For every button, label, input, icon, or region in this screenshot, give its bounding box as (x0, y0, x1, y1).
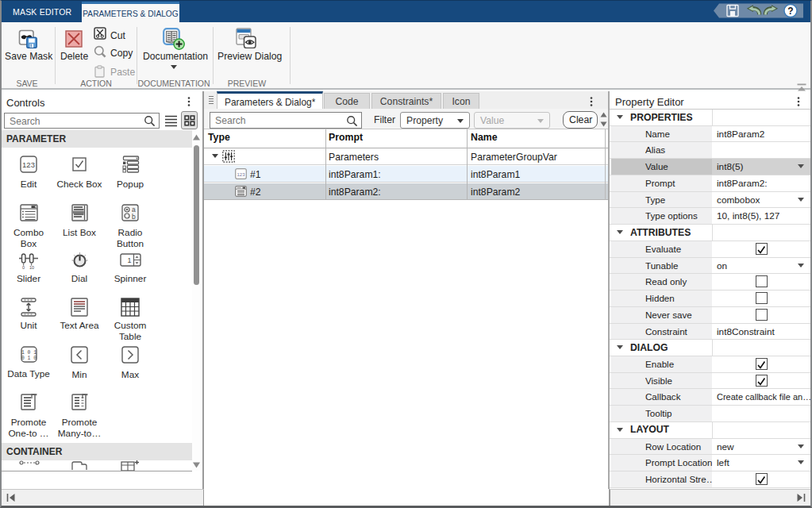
svg-text:1 0 1: 1 0 1 (21, 350, 36, 356)
svg-text:1: 1 (127, 256, 131, 264)
svg-text:10: 10 (29, 265, 34, 270)
svg-text:0: 0 (22, 265, 25, 270)
svg-text:123: 123 (22, 160, 35, 169)
svg-text:0 1 0: 0 1 0 (21, 356, 36, 361)
svg-text:b: b (132, 213, 136, 221)
svg-text:123: 123 (237, 172, 245, 177)
svg-text:?: ? (787, 6, 793, 17)
